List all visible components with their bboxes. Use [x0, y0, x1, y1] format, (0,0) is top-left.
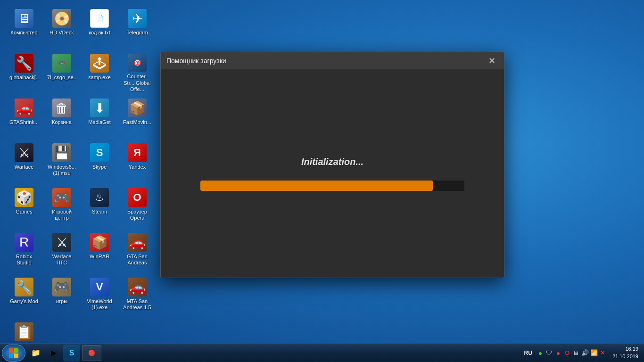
icon-igry-label: игры	[56, 298, 67, 304]
icon-cs[interactable]: 🎯 Counter-Str... Global Offe...	[120, 52, 154, 94]
desktop-icon-grid: 🖥 Компьютер 📀 HD VDeck 📄 код вк.txt ✈ Te…	[5, 5, 158, 362]
yandex-icon: Я	[128, 143, 147, 162]
tray-icon-red[interactable]: ●	[554, 349, 562, 357]
icon-computer[interactable]: 🖥 Компьютер	[7, 7, 41, 49]
icon-csgo[interactable]: 🎮 7l_csgo_se...	[45, 52, 79, 94]
icon-gaming-center[interactable]: 🎮 Игровой центр	[45, 186, 79, 229]
icon-mediaget[interactable]: ⬇ MediaGet	[83, 97, 116, 139]
icon-steam[interactable]: ♨ Steam	[83, 186, 116, 229]
svg-rect-3	[14, 354, 18, 358]
computer-icon: 🖥	[15, 9, 33, 28]
icon-opera-label: Браузер Opera	[122, 209, 152, 221]
icon-skype[interactable]: S Skype	[83, 141, 116, 184]
start-button[interactable]	[2, 345, 25, 362]
icon-gtashrink[interactable]: 🚗 GTAShrink...	[7, 97, 41, 139]
mtasa-icon: 🚗	[128, 278, 147, 296]
icon-games-label: Games	[16, 209, 32, 215]
papers-icon: 📋	[15, 322, 33, 341]
vimeworld-icon: V	[90, 278, 109, 296]
opera-icon: O	[128, 188, 147, 207]
icon-warface[interactable]: ⚔ Warface	[7, 141, 41, 184]
clock-time: 16:19	[625, 346, 638, 353]
taskbar: 📁 ▶ S 🔴 RU ● 🛡 ● O 🖥 🔊 📶 ✕ 16:19 21.10.2…	[0, 343, 644, 362]
icon-garrys-label: Garry's Mod	[10, 298, 38, 304]
taskbar-active-app[interactable]: 🔴	[82, 345, 101, 361]
games-icon: 🎲	[15, 188, 33, 207]
winrar2-icon: 📦	[90, 233, 109, 252]
icon-globalhack[interactable]: 🔧 globalhack[...	[7, 52, 41, 94]
taskbar-clock[interactable]: 16:19 21.10.2019	[609, 346, 642, 360]
icon-kodvk-label: код вк.txt	[89, 30, 110, 36]
tray-icon-green[interactable]: ●	[537, 349, 544, 357]
tray-icon-opera[interactable]: O	[563, 349, 571, 357]
icon-globalhack-label: globalhack[...	[9, 74, 39, 87]
samp-icon: 🕹	[90, 54, 109, 73]
taskbar-pinned-apps: 📁 ▶ S	[27, 345, 80, 362]
icon-gtasa-label: GTA San Andreas	[122, 254, 152, 266]
globalhack-icon: 🔧	[15, 54, 33, 73]
icon-samp[interactable]: 🕹 samp.exe	[83, 52, 116, 94]
download-assistant-dialog: Помощник загрузки ✕ Initialization...	[160, 52, 504, 278]
mediaget-icon: ⬇	[90, 99, 109, 117]
icon-computer-label: Компьютер	[11, 30, 38, 36]
icon-warface2[interactable]: ⚔ Warface ПТС	[45, 231, 79, 273]
taskbar-media-player[interactable]: ▶	[45, 345, 62, 362]
icon-winrar2-label: WinRAR	[90, 254, 109, 260]
icon-telegram-label: Telegram	[126, 30, 148, 36]
icon-samp-label: samp.exe	[88, 74, 111, 81]
icon-igry[interactable]: 🎮 игры	[45, 276, 79, 318]
taskbar-skype-btn[interactable]: S	[63, 345, 80, 362]
dialog-title: Помощник загрузки	[166, 57, 485, 65]
icon-roblox[interactable]: R Roblox Studio	[7, 231, 41, 273]
icon-gtasa[interactable]: 🚗 GTA San Andreas	[120, 231, 154, 273]
gtasa-icon: 🚗	[128, 233, 147, 252]
svg-rect-0	[9, 348, 13, 353]
icon-vimeworld-label: VimeWorld (1).exe	[84, 298, 115, 311]
icon-trash[interactable]: 🗑 Корзина	[45, 97, 79, 139]
warface-icon: ⚔	[15, 143, 33, 162]
icon-mtasa[interactable]: 🚗 MTA San Andreas 1.5	[120, 276, 154, 318]
icon-trash-label: Корзина	[52, 119, 72, 125]
icon-fastmoving[interactable]: 📦 FastMovin...	[120, 97, 154, 139]
icon-opera[interactable]: O Браузер Opera	[120, 186, 154, 229]
icon-kodvk[interactable]: 📄 код вк.txt	[83, 7, 116, 49]
telegram-icon: ✈	[128, 9, 147, 28]
roblox-icon: R	[15, 233, 33, 252]
icon-roblox-label: Roblox Studio	[9, 254, 39, 266]
icon-games[interactable]: 🎲 Games	[7, 186, 41, 229]
icon-telegram[interactable]: ✈ Telegram	[120, 7, 154, 49]
svg-rect-2	[9, 354, 13, 358]
language-indicator: RU	[521, 350, 535, 356]
garrys-icon: 🔧	[15, 278, 33, 296]
icon-winrar2[interactable]: 📦 WinRAR	[83, 231, 116, 273]
cs-icon: 🎯	[128, 54, 147, 72]
steam-icon: ♨	[90, 188, 109, 207]
kodvk-icon: 📄	[90, 9, 109, 28]
igry-icon: 🎮	[52, 278, 71, 296]
icon-csgo-label: 7l_csgo_se...	[47, 74, 77, 87]
taskbar-file-explorer[interactable]: 📁	[27, 345, 44, 362]
icon-gaming-center-label: Игровой центр	[47, 209, 77, 221]
system-tray: RU ● 🛡 ● O 🖥 🔊 📶 ✕	[520, 349, 609, 357]
icon-yandex[interactable]: Я Yandex	[120, 141, 154, 184]
icon-skype-label: Skype	[92, 164, 107, 170]
icon-hdvdeck[interactable]: 📀 HD VDeck	[45, 7, 79, 49]
icon-windows[interactable]: 💾 Windows6... (1).msu	[45, 141, 79, 184]
icon-cs-label: Counter-Str... Global Offe...	[122, 74, 152, 92]
dialog-close-button[interactable]: ✕	[485, 54, 498, 67]
icon-windows-label: Windows6... (1).msu	[47, 164, 77, 176]
tray-icon-network[interactable]: 📶	[590, 349, 598, 357]
icon-vimeworld[interactable]: V VimeWorld (1).exe	[83, 276, 116, 318]
gaming-center-icon: 🎮	[52, 188, 71, 207]
windows-icon: 💾	[52, 143, 71, 162]
icon-warface-label: Warface	[15, 164, 34, 170]
icon-mediaget-label: MediaGet	[88, 119, 111, 125]
trash-icon: 🗑	[52, 99, 71, 117]
tray-icon-x[interactable]: ✕	[599, 349, 607, 357]
icon-warface2-label: Warface ПТС	[47, 254, 77, 266]
tray-icon-volume[interactable]: 🔊	[581, 349, 589, 357]
tray-icon-shield[interactable]: 🛡	[545, 349, 553, 357]
tray-icon-monitor[interactable]: 🖥	[572, 349, 580, 357]
icon-mtasa-label: MTA San Andreas 1.5	[122, 298, 152, 311]
icon-garrys[interactable]: 🔧 Garry's Mod	[7, 276, 41, 318]
